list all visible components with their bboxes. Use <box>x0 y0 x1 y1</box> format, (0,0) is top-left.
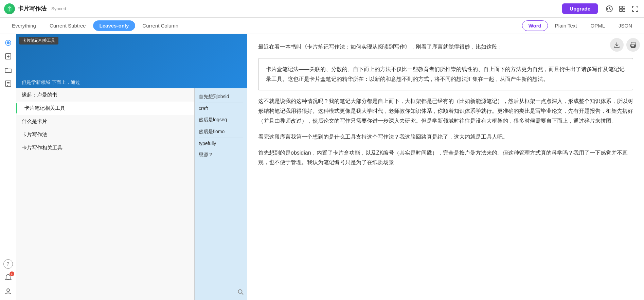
action-buttons <box>610 38 640 52</box>
folder-icon[interactable] <box>2 64 14 76</box>
content-text: 最近在看一本书叫《卡片笔记写作法：如何实现从阅读到写作》，刚看了序言就觉得很妙，… <box>258 42 633 167</box>
paragraph-1: 最近在看一本书叫《卡片笔记写作法：如何实现从阅读到写作》，刚看了序言就觉得很妙，… <box>258 42 633 52</box>
svg-rect-1 <box>620 6 622 8</box>
export-tabs-left: Everything Current Subtree Leaves-only C… <box>5 20 185 31</box>
outline-left: 缘起：卢曼的书 卡片笔记相关工具 什么是卡片 卡片写作法 卡片写作相关工具 <box>16 88 194 300</box>
selected-accent <box>16 103 17 113</box>
help-icon[interactable]: ? <box>3 259 13 269</box>
blockquote: 卡片盒笔记法——关联的、分散的、自下而上的方法不仅比一些教育者们所推崇的线性的、… <box>258 58 633 91</box>
outline-panel: 卡片笔记相关工具 但是学新领域 下而上，通过 缘起：卢曼的书 卡片笔记相关工具 … <box>16 34 247 300</box>
outline-top: 卡片笔记相关工具 但是学新领域 下而上，通过 <box>16 34 247 88</box>
export-tabs-right: Word Plain Text OPML JSON <box>522 20 639 31</box>
history-icon[interactable] <box>605 4 614 14</box>
outline-right-column: 首先想到obsid craft 然后是logseq 然后是flomo typef… <box>194 88 247 300</box>
tab-current-subtree[interactable]: Current Subtree <box>43 20 92 31</box>
paragraph-3: 看完这段序言我第一个想到的是什么工具支持这个写作法？我这脑回路真是绝了，这大约就… <box>258 132 633 142</box>
app-title: 卡片写作法 <box>18 5 47 13</box>
app-logo <box>4 3 15 14</box>
sidebar-icons: ? 1 <box>0 34 16 300</box>
outline-top-text: 但是学新领域 下而上，通过 <box>16 77 247 88</box>
svg-point-9 <box>7 289 10 292</box>
tab-current-column[interactable]: Current Column <box>136 20 185 31</box>
tab-leaves-only[interactable]: Leaves-only <box>93 20 136 31</box>
svg-rect-11 <box>631 42 635 45</box>
grid-icon[interactable] <box>618 4 627 14</box>
right-col-item-0[interactable]: 首先想到obsid <box>199 91 243 103</box>
tab-opml[interactable]: OPML <box>584 20 611 31</box>
home-icon[interactable] <box>2 37 14 49</box>
right-col-item-3[interactable]: 然后是flomo <box>199 126 243 138</box>
svg-rect-4 <box>623 9 625 12</box>
paragraph-2: 这不就是说我的这种情况吗？我的笔记大部分都是自上而下，大框架都是已经有的（比如新… <box>258 96 633 126</box>
expand-icon[interactable] <box>630 4 640 14</box>
bookmark-icon[interactable] <box>2 77 14 90</box>
notification-badge: 1 <box>10 271 14 276</box>
outline-item-0[interactable]: 缘起：卢曼的书 <box>16 88 194 102</box>
right-col-item-2[interactable]: 然后是logseq <box>199 114 243 126</box>
user-icon[interactable] <box>2 285 14 297</box>
svg-point-5 <box>7 42 9 44</box>
outline-item-3[interactable]: 卡片写作法 <box>16 128 194 141</box>
outline-item-4[interactable]: 卡片写作相关工具 <box>16 141 194 155</box>
top-bar: 卡片写作法 Synced Upgrade <box>0 0 644 18</box>
right-col-item-4[interactable]: typefully <box>199 138 243 149</box>
top-bar-icons <box>605 4 640 14</box>
outline-body: 缘起：卢曼的书 卡片笔记相关工具 什么是卡片 卡片写作法 卡片写作相关工具 <box>16 88 247 300</box>
tab-plain-text[interactable]: Plain Text <box>549 20 584 31</box>
add-icon[interactable] <box>2 50 14 63</box>
outline-item-2[interactable]: 什么是卡片 <box>16 115 194 128</box>
sync-status: Synced <box>51 6 66 11</box>
tab-everything[interactable]: Everything <box>5 20 42 31</box>
tab-json[interactable]: JSON <box>612 20 639 31</box>
svg-point-13 <box>634 45 635 46</box>
paragraph-4: 首先想到的是obsidian，内置了卡片盒功能，以及ZK编号（其实是时间戳），完… <box>258 148 633 168</box>
main-area: ? 1 卡片笔记相关工具 但是学新领域 下而上，通过 <box>0 34 644 300</box>
notification-icon[interactable]: 1 <box>2 271 14 284</box>
upgrade-button[interactable]: Upgrade <box>562 3 598 14</box>
right-col-item-1[interactable]: craft <box>199 103 243 114</box>
svg-rect-2 <box>623 6 625 8</box>
download-button[interactable] <box>610 38 624 52</box>
tab-word[interactable]: Word <box>522 20 548 31</box>
tab-bar: Everything Current Subtree Leaves-only C… <box>0 18 644 34</box>
content-area: 最近在看一本书叫《卡片笔记写作法：如何实现从阅读到写作》，刚看了序言就觉得很妙，… <box>247 34 644 300</box>
print-button[interactable] <box>626 38 640 52</box>
card-tooltip: 卡片笔记相关工具 <box>19 37 58 45</box>
svg-rect-3 <box>620 9 622 12</box>
outline-item-1[interactable]: 卡片笔记相关工具 <box>16 102 194 115</box>
right-col-item-5[interactable]: 思源？ <box>199 149 243 161</box>
